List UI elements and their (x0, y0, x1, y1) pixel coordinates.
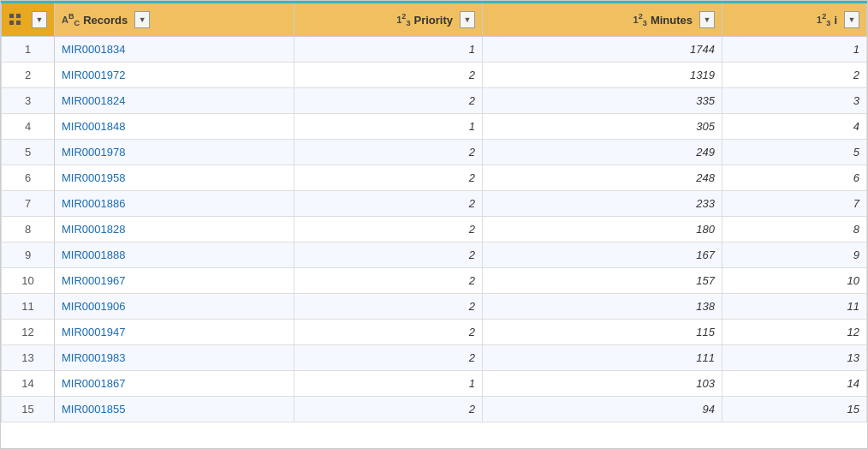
priority-dropdown[interactable]: ▼ (460, 11, 475, 28)
cell-i: 2 (722, 63, 867, 88)
cell-row-num: 8 (2, 217, 55, 242)
cell-i: 8 (722, 217, 867, 242)
table-row[interactable]: 8 MIR0001828 2 180 8 (2, 217, 867, 242)
i-type-icon: 123 (817, 12, 830, 27)
cell-record: MIR0001947 (55, 320, 294, 345)
cell-i: 3 (722, 88, 867, 114)
cell-minutes: 335 (483, 88, 722, 114)
cell-i: 9 (722, 242, 867, 268)
col-priority-label: Priority (413, 14, 453, 27)
table-row[interactable]: 7 MIR0001886 2 233 7 (2, 191, 867, 217)
data-table: ▼ ABC Records ▼ 123 Priority ▼ (0, 0, 868, 449)
cell-minutes: 249 (483, 140, 722, 165)
cell-row-num: 12 (2, 320, 55, 345)
cell-priority: 1 (294, 371, 483, 397)
cell-minutes: 167 (483, 242, 722, 268)
minutes-type-icon: 123 (633, 12, 647, 27)
table-row[interactable]: 11 MIR0001906 2 138 11 (2, 294, 867, 320)
col-minutes-label: Minutes (651, 14, 693, 27)
cell-record: MIR0001848 (55, 114, 294, 140)
cell-i: 1 (722, 37, 867, 63)
table-row[interactable]: 15 MIR0001855 2 94 15 (2, 397, 867, 422)
table-row[interactable]: 13 MIR0001983 2 111 13 (2, 345, 867, 371)
table-row[interactable]: 3 MIR0001824 2 335 3 (2, 88, 867, 114)
cell-i: 13 (722, 345, 867, 371)
cell-priority: 2 (294, 88, 483, 114)
cell-minutes: 94 (483, 397, 722, 422)
cell-minutes: 138 (483, 294, 722, 320)
table-row[interactable]: 2 MIR0001972 2 1319 2 (2, 63, 867, 88)
cell-row-num: 9 (2, 242, 55, 268)
cell-minutes: 1744 (483, 37, 722, 63)
cell-minutes: 1319 (483, 63, 722, 88)
cell-priority: 2 (294, 140, 483, 165)
table-row[interactable]: 1 MIR0001834 1 1744 1 (2, 37, 867, 63)
cell-record: MIR0001967 (55, 268, 294, 294)
cell-priority: 2 (294, 191, 483, 217)
svg-rect-3 (16, 21, 21, 25)
cell-minutes: 248 (483, 165, 722, 191)
table-row[interactable]: 5 MIR0001978 2 249 5 (2, 140, 867, 165)
cell-record: MIR0001978 (55, 140, 294, 165)
cell-record: MIR0001828 (55, 217, 294, 242)
cell-priority: 2 (294, 217, 483, 242)
table-row[interactable]: 6 MIR0001958 2 248 6 (2, 165, 867, 191)
cell-row-num: 14 (2, 371, 55, 397)
cell-record: MIR0001888 (55, 242, 294, 268)
svg-rect-2 (9, 21, 14, 25)
cell-row-num: 6 (2, 165, 55, 191)
table-row[interactable]: 4 MIR0001848 1 305 4 (2, 114, 867, 140)
table-row[interactable]: 12 MIR0001947 2 115 12 (2, 320, 867, 345)
table-row[interactable]: 10 MIR0001967 2 157 10 (2, 268, 867, 294)
cell-i: 11 (722, 294, 867, 320)
table-row[interactable]: 9 MIR0001888 2 167 9 (2, 242, 867, 268)
records-dropdown[interactable]: ▼ (134, 11, 150, 28)
cell-record: MIR0001906 (55, 294, 294, 320)
col-records-label: Records (83, 14, 128, 27)
cell-record: MIR0001972 (55, 63, 294, 88)
cell-record: MIR0001983 (55, 345, 294, 371)
records-type-icon: ABC (62, 12, 80, 27)
cell-priority: 1 (294, 114, 483, 140)
cell-i: 10 (722, 268, 867, 294)
table-row[interactable]: 14 MIR0001867 1 103 14 (2, 371, 867, 397)
grid-icon (9, 13, 22, 27)
cell-row-num: 10 (2, 268, 55, 294)
cell-row-num: 5 (2, 140, 55, 165)
cell-row-num: 13 (2, 345, 55, 371)
cell-priority: 2 (294, 165, 483, 191)
cell-i: 4 (722, 114, 867, 140)
cell-priority: 2 (294, 397, 483, 422)
col-header-minutes: 123 Minutes ▼ (483, 3, 722, 37)
row-number-header: ▼ (2, 3, 55, 37)
row-num-dropdown[interactable]: ▼ (32, 11, 47, 28)
col-header-records: ABC Records ▼ (55, 3, 294, 37)
cell-row-num: 15 (2, 397, 55, 422)
cell-record: MIR0001886 (55, 191, 294, 217)
cell-i: 6 (722, 165, 867, 191)
cell-priority: 1 (294, 37, 483, 63)
cell-i: 7 (722, 191, 867, 217)
cell-record: MIR0001958 (55, 165, 294, 191)
i-dropdown[interactable]: ▼ (844, 11, 859, 28)
cell-i: 12 (722, 320, 867, 345)
col-i-label: i (834, 14, 837, 27)
cell-record: MIR0001855 (55, 397, 294, 422)
cell-priority: 2 (294, 63, 483, 88)
priority-type-icon: 123 (396, 12, 410, 27)
svg-rect-0 (9, 14, 14, 18)
cell-i: 14 (722, 371, 867, 397)
cell-i: 15 (722, 397, 867, 422)
cell-priority: 2 (294, 345, 483, 371)
col-header-i: 123 i ▼ (722, 3, 867, 37)
cell-row-num: 3 (2, 88, 55, 114)
cell-i: 5 (722, 140, 867, 165)
cell-row-num: 2 (2, 63, 55, 88)
cell-record: MIR0001834 (55, 37, 294, 63)
cell-row-num: 7 (2, 191, 55, 217)
cell-row-num: 1 (2, 37, 55, 63)
minutes-dropdown[interactable]: ▼ (699, 11, 715, 28)
cell-minutes: 233 (483, 191, 722, 217)
cell-minutes: 111 (483, 345, 722, 371)
cell-row-num: 11 (2, 294, 55, 320)
